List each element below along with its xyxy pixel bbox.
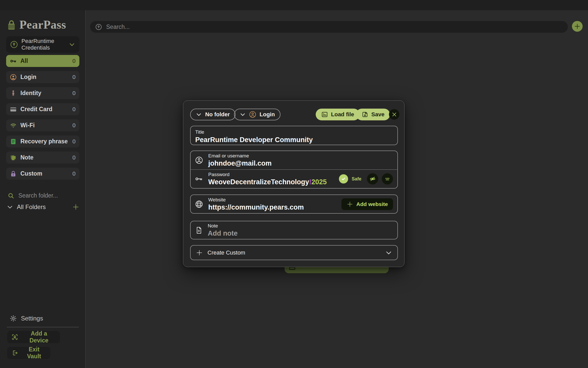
folder-dropdown[interactable]: No folder xyxy=(190,109,236,120)
title-label: Title xyxy=(195,129,397,135)
app-title: PearPass xyxy=(19,18,66,31)
chevron-down-icon xyxy=(196,111,202,118)
main-area: No folder Login Load file Save Title Pea… xyxy=(86,10,588,368)
vault-name: PearRuntime Credentials xyxy=(21,38,65,51)
ellipsis-icon xyxy=(384,176,391,182)
plus-icon xyxy=(196,249,203,256)
email-value: johndoe@mail.com xyxy=(208,159,272,167)
user-circle-icon xyxy=(10,74,17,80)
load-file-button[interactable]: Load file xyxy=(316,109,360,120)
app-root: PearPass PearRuntime Credentials All 0 L… xyxy=(0,0,588,368)
email-field[interactable]: Email or username johndoe@mail.com xyxy=(191,151,397,169)
folder-search xyxy=(8,192,72,199)
add-device-label: Add a Device xyxy=(22,330,56,344)
close-icon xyxy=(391,112,397,117)
window-titlebar xyxy=(0,0,588,10)
website-label: Website xyxy=(208,197,304,203)
note-page-icon xyxy=(195,226,203,234)
image-icon xyxy=(321,111,328,118)
item-count: 0 xyxy=(72,74,76,80)
chevron-down-icon xyxy=(7,204,13,210)
person-icon xyxy=(10,90,17,97)
sidebar-item-credit-card[interactable]: Credit Card 0 xyxy=(6,103,79,115)
safe-check-icon xyxy=(339,174,348,183)
app-logo: PearPass xyxy=(7,18,66,31)
item-count: 0 xyxy=(72,106,76,113)
lock-logo-icon xyxy=(7,19,16,30)
password-options-button[interactable] xyxy=(382,173,393,185)
password-status-badge: Safe xyxy=(352,176,361,182)
close-button[interactable] xyxy=(389,109,399,120)
website-value: https://community.pears.com xyxy=(208,203,304,211)
add-device-button[interactable]: Add a Device xyxy=(7,331,60,343)
sidebar-item-identity[interactable]: Identity 0 xyxy=(6,87,79,99)
keyhole-circle-icon xyxy=(10,41,18,48)
sidebar-item-wifi[interactable]: Wi-Fi 0 xyxy=(6,119,79,131)
plus-icon xyxy=(574,23,581,30)
item-count: 0 xyxy=(72,58,76,64)
padlock-icon xyxy=(10,170,17,177)
global-search-input[interactable] xyxy=(106,24,563,30)
save-button[interactable]: Save xyxy=(356,109,390,120)
add-device-icon xyxy=(11,334,18,341)
item-count: 0 xyxy=(72,170,76,177)
edit-login-modal: No folder Login Load file Save Title Pea… xyxy=(183,100,405,267)
note-placeholder: Add note xyxy=(208,229,238,237)
settings-label: Settings xyxy=(21,315,43,322)
folders-expand-button[interactable] xyxy=(7,204,13,210)
add-item-button[interactable] xyxy=(572,21,583,32)
search-icon xyxy=(8,192,14,199)
sidebar-item-note[interactable]: Note 0 xyxy=(6,152,79,164)
all-folders-row: All Folders xyxy=(7,203,79,211)
save-icon xyxy=(289,267,295,270)
note-label: Note xyxy=(208,223,238,229)
vault-selector[interactable]: PearRuntime Credentials xyxy=(6,36,79,53)
password-field[interactable]: Password WeoveDecentralizeTechnology!202… xyxy=(191,170,397,188)
title-field[interactable]: Title PearRuntime Developer Community xyxy=(190,126,398,145)
item-count: 0 xyxy=(72,122,76,129)
credentials-group: Email or username johndoe@mail.com Passw… xyxy=(190,151,398,189)
document-icon xyxy=(10,138,17,145)
all-folders-label: All Folders xyxy=(17,203,46,211)
key-icon xyxy=(10,58,17,64)
gear-icon xyxy=(10,315,17,322)
sidebar-item-all[interactable]: All 0 xyxy=(6,55,79,67)
type-dropdown[interactable]: Login xyxy=(234,109,280,120)
user-circle-icon xyxy=(249,111,256,118)
title-value: PearRuntime Developer Community xyxy=(195,136,397,144)
globe-icon xyxy=(195,200,203,208)
settings-button[interactable]: Settings xyxy=(10,315,43,322)
create-custom-row[interactable]: Create Custom xyxy=(190,245,398,260)
global-search xyxy=(90,21,568,33)
password-label: Password xyxy=(208,172,327,177)
logout-icon xyxy=(11,349,18,356)
item-count: 0 xyxy=(72,90,76,97)
key-icon xyxy=(195,175,203,183)
chevron-down-icon xyxy=(240,111,246,118)
exit-vault-button[interactable]: Exit Vault xyxy=(7,347,50,359)
chevron-down-icon xyxy=(385,249,392,256)
exit-vault-label: Exit Vault xyxy=(22,346,46,360)
sidebar-item-recovery-phrase[interactable]: Recovery phrase 0 xyxy=(6,135,79,147)
website-field[interactable]: Website https://community.pears.com Add … xyxy=(190,194,398,214)
sidebar-item-login[interactable]: Login 0 xyxy=(6,71,79,83)
plus-icon xyxy=(72,203,79,211)
sidebar-divider xyxy=(7,327,79,327)
password-value: WeoveDecentralizeTechnology!2025 xyxy=(208,178,327,186)
sidebar-item-custom[interactable]: Custom 0 xyxy=(6,168,79,180)
add-website-button[interactable]: Add website xyxy=(341,198,393,210)
folder-search-input[interactable] xyxy=(18,192,72,199)
keyhole-search-icon xyxy=(95,24,102,30)
add-folder-button[interactable] xyxy=(72,203,79,211)
item-count: 0 xyxy=(72,154,76,161)
note-field[interactable]: Note Add note xyxy=(190,221,398,239)
user-circle-icon xyxy=(195,156,203,164)
create-custom-label: Create Custom xyxy=(207,249,245,256)
sidebar: PearPass PearRuntime Credentials All 0 L… xyxy=(0,10,86,368)
item-count: 0 xyxy=(72,138,76,145)
password-controls: Safe xyxy=(339,173,393,185)
toggle-password-visibility-button[interactable] xyxy=(367,173,378,185)
chevron-down-icon xyxy=(69,41,75,48)
wifi-icon xyxy=(10,122,17,129)
save-icon xyxy=(362,111,368,118)
